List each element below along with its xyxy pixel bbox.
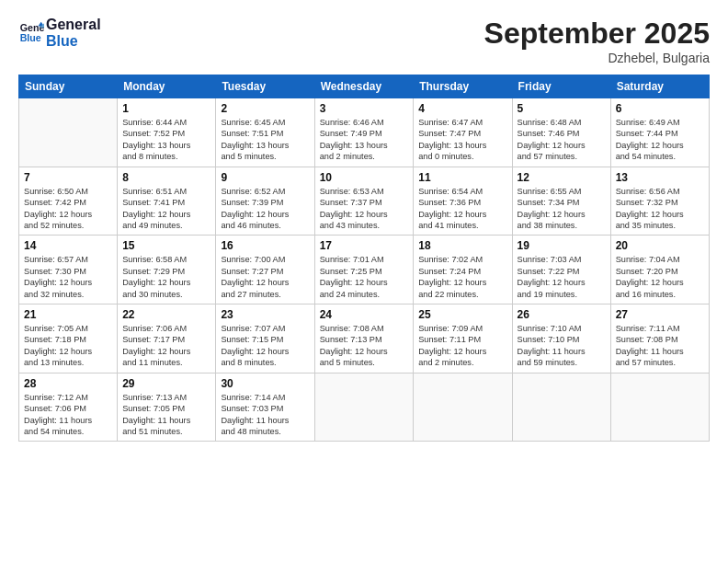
day-number: 28 [24,377,112,390]
day-cell: 10Sunrise: 6:53 AM Sunset: 7:37 PM Dayli… [314,167,414,236]
day-info: Sunrise: 7:12 AM Sunset: 7:06 PM Dayligh… [24,392,112,438]
day-cell: 6Sunrise: 6:49 AM Sunset: 7:44 PM Daylig… [610,98,709,167]
day-info: Sunrise: 6:54 AM Sunset: 7:36 PM Dayligh… [418,186,506,232]
day-number: 29 [122,377,210,390]
day-number: 11 [418,171,506,184]
day-cell: 13Sunrise: 6:56 AM Sunset: 7:32 PM Dayli… [610,167,709,236]
day-number: 20 [616,239,704,252]
day-info: Sunrise: 6:55 AM Sunset: 7:34 PM Dayligh… [518,186,606,232]
day-number: 8 [122,171,210,184]
day-number: 5 [518,102,606,115]
week-row-5: 28Sunrise: 7:12 AM Sunset: 7:06 PM Dayli… [19,373,710,442]
day-info: Sunrise: 7:01 AM Sunset: 7:25 PM Dayligh… [320,254,409,300]
day-info: Sunrise: 6:44 AM Sunset: 7:52 PM Dayligh… [122,117,210,163]
day-info: Sunrise: 7:02 AM Sunset: 7:24 PM Dayligh… [418,254,506,300]
day-cell: 2Sunrise: 6:45 AM Sunset: 7:51 PM Daylig… [216,98,314,167]
day-info: Sunrise: 7:04 AM Sunset: 7:20 PM Dayligh… [616,254,704,300]
day-cell: 28Sunrise: 7:12 AM Sunset: 7:06 PM Dayli… [19,373,118,442]
day-cell: 21Sunrise: 7:05 AM Sunset: 7:18 PM Dayli… [19,304,118,373]
day-number: 25 [418,308,506,321]
day-number: 1 [122,102,210,115]
col-header-sunday: Sunday [19,75,118,98]
day-cell: 12Sunrise: 6:55 AM Sunset: 7:34 PM Dayli… [512,167,610,236]
week-row-3: 14Sunrise: 6:57 AM Sunset: 7:30 PM Dayli… [19,236,710,304]
day-cell: 7Sunrise: 6:50 AM Sunset: 7:42 PM Daylig… [19,167,118,236]
day-cell: 22Sunrise: 7:06 AM Sunset: 7:17 PM Dayli… [118,304,216,373]
calendar-header-row: SundayMondayTuesdayWednesdayThursdayFrid… [19,75,710,98]
day-cell [610,373,709,442]
day-number: 2 [221,102,309,115]
day-info: Sunrise: 7:00 AM Sunset: 7:27 PM Dayligh… [221,254,309,300]
day-info: Sunrise: 6:58 AM Sunset: 7:29 PM Dayligh… [122,254,210,300]
day-cell: 25Sunrise: 7:09 AM Sunset: 7:11 PM Dayli… [414,304,512,373]
day-number: 21 [24,308,112,321]
day-info: Sunrise: 7:03 AM Sunset: 7:22 PM Dayligh… [518,254,606,300]
day-cell: 11Sunrise: 6:54 AM Sunset: 7:36 PM Dayli… [414,167,512,236]
day-cell [314,373,414,442]
day-number: 13 [616,171,704,184]
week-row-4: 21Sunrise: 7:05 AM Sunset: 7:18 PM Dayli… [19,304,710,373]
day-info: Sunrise: 6:50 AM Sunset: 7:42 PM Dayligh… [24,186,112,232]
day-number: 22 [122,308,210,321]
day-cell: 3Sunrise: 6:46 AM Sunset: 7:49 PM Daylig… [314,98,414,167]
header: General Blue General Blue September 2025… [18,17,710,65]
day-cell: 1Sunrise: 6:44 AM Sunset: 7:52 PM Daylig… [118,98,216,167]
day-info: Sunrise: 7:07 AM Sunset: 7:15 PM Dayligh… [221,323,309,369]
day-number: 18 [418,239,506,252]
col-header-friday: Friday [512,75,610,98]
day-number: 27 [616,308,704,321]
day-number: 3 [320,102,409,115]
week-row-2: 7Sunrise: 6:50 AM Sunset: 7:42 PM Daylig… [19,167,710,236]
logo-general: General [46,17,101,33]
day-number: 23 [221,308,309,321]
day-cell [414,373,512,442]
day-cell [512,373,610,442]
col-header-thursday: Thursday [414,75,512,98]
day-info: Sunrise: 7:06 AM Sunset: 7:17 PM Dayligh… [122,323,210,369]
day-cell: 29Sunrise: 7:13 AM Sunset: 7:05 PM Dayli… [118,373,216,442]
month-title: September 2025 [484,17,710,51]
day-info: Sunrise: 6:53 AM Sunset: 7:37 PM Dayligh… [320,186,409,232]
day-cell: 8Sunrise: 6:51 AM Sunset: 7:41 PM Daylig… [118,167,216,236]
day-cell: 26Sunrise: 7:10 AM Sunset: 7:10 PM Dayli… [512,304,610,373]
day-number: 12 [518,171,606,184]
day-info: Sunrise: 7:05 AM Sunset: 7:18 PM Dayligh… [24,323,112,369]
col-header-saturday: Saturday [610,75,709,98]
day-cell: 15Sunrise: 6:58 AM Sunset: 7:29 PM Dayli… [118,236,216,304]
day-cell: 19Sunrise: 7:03 AM Sunset: 7:22 PM Dayli… [512,236,610,304]
day-number: 10 [320,171,409,184]
day-number: 4 [418,102,506,115]
day-info: Sunrise: 6:46 AM Sunset: 7:49 PM Dayligh… [320,117,409,163]
col-header-tuesday: Tuesday [216,75,314,98]
day-cell: 18Sunrise: 7:02 AM Sunset: 7:24 PM Dayli… [414,236,512,304]
day-number: 15 [122,239,210,252]
day-info: Sunrise: 6:45 AM Sunset: 7:51 PM Dayligh… [221,117,309,163]
logo-blue: Blue [46,33,101,50]
day-cell: 16Sunrise: 7:00 AM Sunset: 7:27 PM Dayli… [216,236,314,304]
day-info: Sunrise: 6:51 AM Sunset: 7:41 PM Dayligh… [122,186,210,232]
day-info: Sunrise: 6:56 AM Sunset: 7:32 PM Dayligh… [616,186,704,232]
title-block: September 2025 Dzhebel, Bulgaria [484,17,710,65]
day-info: Sunrise: 6:57 AM Sunset: 7:30 PM Dayligh… [24,254,112,300]
day-cell: 27Sunrise: 7:11 AM Sunset: 7:08 PM Dayli… [610,304,709,373]
day-number: 30 [221,377,309,390]
day-info: Sunrise: 6:47 AM Sunset: 7:47 PM Dayligh… [418,117,506,163]
day-info: Sunrise: 7:09 AM Sunset: 7:11 PM Dayligh… [418,323,506,369]
svg-text:Blue: Blue [20,32,41,43]
day-number: 19 [518,239,606,252]
day-info: Sunrise: 7:13 AM Sunset: 7:05 PM Dayligh… [122,392,210,438]
day-number: 7 [24,171,112,184]
day-info: Sunrise: 7:11 AM Sunset: 7:08 PM Dayligh… [616,323,704,369]
col-header-wednesday: Wednesday [314,75,414,98]
page: General Blue General Blue September 2025… [0,0,728,563]
calendar-table: SundayMondayTuesdayWednesdayThursdayFrid… [18,75,710,442]
day-number: 26 [518,308,606,321]
day-info: Sunrise: 7:08 AM Sunset: 7:13 PM Dayligh… [320,323,409,369]
logo-icon: General Blue [18,20,44,46]
day-number: 16 [221,239,309,252]
logo: General Blue General Blue [18,17,101,49]
day-cell: 24Sunrise: 7:08 AM Sunset: 7:13 PM Dayli… [314,304,414,373]
week-row-1: 1Sunrise: 6:44 AM Sunset: 7:52 PM Daylig… [19,98,710,167]
day-info: Sunrise: 7:10 AM Sunset: 7:10 PM Dayligh… [518,323,606,369]
day-number: 9 [221,171,309,184]
